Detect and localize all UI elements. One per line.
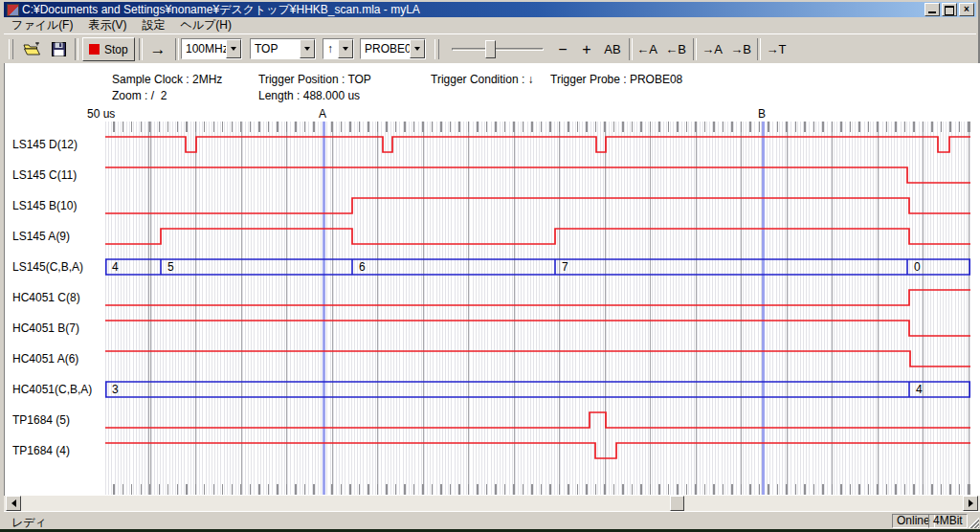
toolbar-separator — [629, 38, 633, 60]
trigger-edge-value: ↑ — [323, 39, 338, 58]
menu-help[interactable]: ヘルプ(H) — [172, 16, 239, 34]
trigger-edge-combo[interactable]: ↑ — [323, 38, 354, 59]
time-scale-label: 50 us — [87, 107, 115, 121]
marker-b-label: B — [758, 107, 766, 121]
run-arrow-icon: → — [150, 40, 167, 59]
trigger-probe-value: PROBE00 — [361, 39, 410, 58]
menu-settings[interactable]: 設定 — [134, 16, 172, 34]
svg-text:7: 7 — [562, 260, 568, 274]
status-memory-badge: 4MBit — [928, 514, 968, 528]
chevron-down-icon[interactable] — [410, 39, 425, 58]
toolbar-grip[interactable] — [9, 39, 13, 59]
marker-a-label: A — [319, 107, 326, 121]
horizontal-scrollbar[interactable] — [4, 496, 980, 511]
signal-label: HC4051 A(6) — [12, 352, 104, 366]
svg-text:6: 6 — [359, 260, 366, 274]
sample-clock-value: 100MHz — [182, 39, 226, 58]
menu-view[interactable]: 表示(V) — [80, 16, 134, 34]
chevron-down-icon[interactable] — [338, 39, 353, 58]
toolbar-separator — [139, 38, 143, 60]
svg-text:5: 5 — [167, 260, 174, 274]
signal-label: HC4051(C,B,A) — [12, 383, 104, 396]
ab-span-button[interactable]: AB — [600, 37, 625, 61]
trigger-position-value: TOP — [251, 39, 300, 58]
chevron-down-icon[interactable] — [300, 39, 315, 58]
zoom-slider-thumb[interactable] — [485, 40, 496, 58]
status-bar: レディ Online 4MBit — [4, 511, 980, 529]
trigger-condition-info: Trigger Condition : ↓ — [431, 73, 534, 86]
signal-label: LS145 C(11) — [12, 168, 104, 182]
toolbar-separator — [175, 38, 179, 60]
signal-label: LS145 B(10) — [12, 199, 104, 212]
set-marker-b-button[interactable]: ←B — [662, 37, 689, 61]
toolbar-separator — [75, 38, 78, 60]
signal-label: HC4051 C(8) — [12, 291, 104, 304]
svg-text:3: 3 — [112, 383, 119, 396]
toolbar-grip[interactable] — [434, 39, 439, 59]
length-info: Length : 488.000 us — [258, 89, 360, 102]
signal-label: TP1684 (5) — [12, 413, 104, 427]
stop-icon — [89, 44, 100, 55]
triangle-right-icon — [969, 499, 973, 507]
sample-clock-combo[interactable]: 100MHz — [181, 38, 242, 59]
toolbar-separator — [757, 38, 761, 60]
save-button[interactable] — [46, 37, 71, 61]
signal-label: LS145(C,B,A) — [12, 260, 104, 274]
trigger-position-combo[interactable]: TOP — [250, 38, 316, 59]
svg-text:0: 0 — [914, 260, 921, 274]
signal-label: LS145 D(12) — [12, 138, 104, 151]
scroll-left-button[interactable] — [6, 496, 21, 511]
client-area: Sample Clock : 2MHz Trigger Position : T… — [4, 63, 980, 496]
goto-trigger-button[interactable]: →T — [763, 37, 790, 61]
signal-label: HC4051 B(7) — [12, 321, 104, 335]
sample-clock-info: Sample Clock : 2MHz — [112, 73, 222, 86]
trigger-probe-info: Trigger Probe : PROBE08 — [550, 73, 682, 86]
stop-label: Stop — [104, 43, 128, 56]
zoom-out-button[interactable]: − — [552, 37, 573, 61]
stop-button[interactable]: Stop — [82, 37, 135, 61]
svg-text:4: 4 — [916, 383, 923, 396]
close-button[interactable]: × — [959, 3, 974, 16]
signal-label: LS145 A(9) — [12, 230, 104, 243]
zoom-slider-track[interactable] — [452, 48, 544, 51]
app-icon — [7, 4, 19, 16]
window-title: C:¥Documents and Settings¥noname¥デスクトップ¥… — [22, 3, 924, 16]
zoom-in-button[interactable]: + — [576, 37, 597, 61]
toolbar-separator — [693, 38, 697, 60]
svg-text:4: 4 — [112, 260, 119, 274]
set-marker-a-button[interactable]: ←A — [634, 37, 660, 61]
chevron-down-icon[interactable] — [226, 39, 241, 58]
minimize-button[interactable] — [924, 3, 940, 16]
maximize-button[interactable] — [942, 3, 957, 16]
menu-file[interactable]: ファイル(F) — [4, 16, 80, 34]
open-folder-icon — [23, 42, 41, 56]
run-button[interactable]: → — [144, 37, 172, 61]
menu-bar: ファイル(F) 表示(V) 設定 ヘルプ(H) — [4, 17, 976, 33]
scrollbar-thumb[interactable] — [670, 496, 684, 511]
open-file-button[interactable] — [19, 37, 44, 61]
trigger-position-info: Trigger Position : TOP — [258, 73, 371, 86]
toolbar: Stop → 100MHz TOP ↑ PROBE00 − + AB — [4, 33, 976, 63]
trigger-probe-combo[interactable]: PROBE00 — [360, 38, 426, 59]
waveform-area[interactable]: 4567034 — [105, 122, 970, 495]
resize-grip[interactable] — [967, 516, 979, 528]
scroll-right-button[interactable] — [963, 496, 978, 511]
triangle-left-icon — [11, 499, 16, 507]
goto-marker-a-button[interactable]: →A — [699, 37, 725, 61]
goto-marker-b-button[interactable]: →B — [727, 37, 754, 61]
app-window: C:¥Documents and Settings¥noname¥デスクトップ¥… — [0, 0, 980, 529]
title-bar[interactable]: C:¥Documents and Settings¥noname¥デスクトップ¥… — [4, 2, 976, 17]
zoom-info: Zoom : / 2 — [112, 89, 167, 102]
waveform-svg[interactable]: 4567034 — [105, 122, 970, 495]
floppy-disk-icon — [52, 42, 66, 56]
signal-label: TP1684 (4) — [12, 444, 104, 457]
